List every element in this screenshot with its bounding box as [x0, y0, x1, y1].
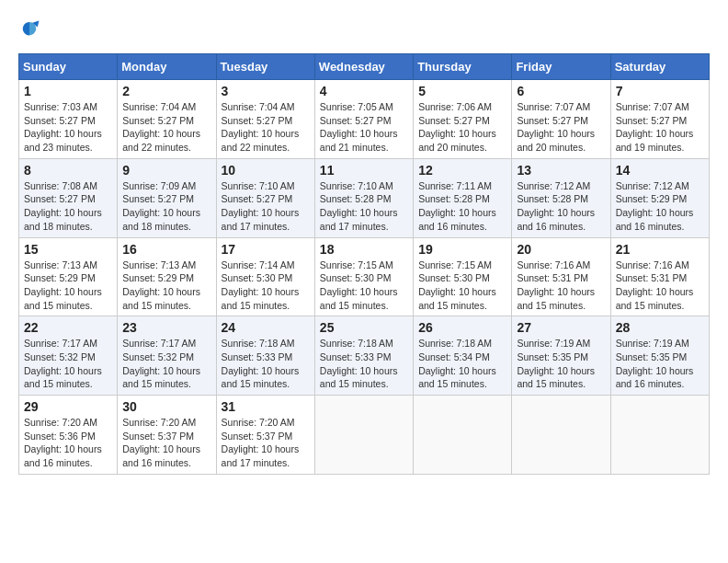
- sunset-label: Sunset: 5:28 PM: [320, 193, 392, 204]
- day-info: Sunrise: 7:08 AM Sunset: 5:27 PM Dayligh…: [24, 179, 112, 234]
- weekday-header: Tuesday: [216, 54, 314, 80]
- daylight-label: Daylight: 10 hours: [122, 286, 200, 297]
- calendar-cell: 13 Sunrise: 7:12 AM Sunset: 5:28 PM Dayl…: [512, 158, 610, 237]
- daylight-minutes: and 17 minutes.: [222, 221, 290, 232]
- day-info: Sunrise: 7:10 AM Sunset: 5:27 PM Dayligh…: [222, 179, 310, 234]
- daylight-minutes: and 17 minutes.: [320, 221, 389, 232]
- sunset-label: Sunset: 5:27 PM: [616, 115, 688, 126]
- daylight-minutes: and 22 minutes.: [222, 142, 290, 153]
- daylight-label: Daylight: 10 hours: [517, 207, 595, 218]
- sunrise-label: Sunrise: 7:20 AM: [122, 417, 196, 428]
- calendar-cell: 26 Sunrise: 7:18 AM Sunset: 5:34 PM Dayl…: [414, 316, 512, 396]
- day-number: 19: [418, 242, 506, 257]
- day-info: Sunrise: 7:16 AM Sunset: 5:31 PM Dayligh…: [517, 259, 605, 313]
- daylight-label: Daylight: 10 hours: [122, 128, 200, 139]
- day-number: 1: [24, 84, 112, 98]
- calendar-cell: 31 Sunrise: 7:20 AM Sunset: 5:37 PM Dayl…: [216, 396, 314, 475]
- day-number: 28: [616, 320, 704, 335]
- daylight-label: Daylight: 10 hours: [24, 128, 102, 139]
- daylight-label: Daylight: 10 hours: [222, 207, 300, 218]
- calendar-week-row: 8 Sunrise: 7:08 AM Sunset: 5:27 PM Dayli…: [19, 158, 710, 237]
- calendar-cell: 18 Sunrise: 7:15 AM Sunset: 5:30 PM Dayl…: [314, 237, 413, 316]
- daylight-label: Daylight: 10 hours: [222, 128, 300, 139]
- sunrise-label: Sunrise: 7:12 AM: [616, 180, 689, 191]
- sunset-label: Sunset: 5:32 PM: [122, 351, 194, 362]
- day-number: 12: [418, 163, 506, 178]
- day-info: Sunrise: 7:17 AM Sunset: 5:32 PM Dayligh…: [122, 337, 210, 391]
- sunrise-label: Sunrise: 7:18 AM: [222, 338, 295, 349]
- daylight-minutes: and 15 minutes.: [222, 378, 290, 389]
- calendar-cell: 6 Sunrise: 7:07 AM Sunset: 5:27 PM Dayli…: [512, 80, 610, 159]
- day-number: 24: [222, 320, 310, 335]
- calendar-week-row: 15 Sunrise: 7:13 AM Sunset: 5:29 PM Dayl…: [19, 237, 710, 316]
- day-info: Sunrise: 7:03 AM Sunset: 5:27 PM Dayligh…: [24, 100, 112, 155]
- sunrise-label: Sunrise: 7:17 AM: [122, 338, 196, 349]
- daylight-minutes: and 16 minutes.: [517, 221, 586, 232]
- day-number: 16: [122, 242, 210, 257]
- day-info: Sunrise: 7:17 AM Sunset: 5:32 PM Dayligh…: [24, 337, 112, 391]
- sunset-label: Sunset: 5:27 PM: [222, 193, 293, 204]
- daylight-label: Daylight: 10 hours: [320, 207, 398, 218]
- sunrise-label: Sunrise: 7:15 AM: [418, 259, 492, 270]
- day-number: 27: [517, 320, 605, 335]
- sunset-label: Sunset: 5:37 PM: [122, 431, 194, 442]
- daylight-label: Daylight: 10 hours: [24, 365, 102, 376]
- daylight-minutes: and 18 minutes.: [24, 221, 93, 232]
- sunrise-label: Sunrise: 7:05 AM: [320, 101, 393, 112]
- sunrise-label: Sunrise: 7:17 AM: [24, 338, 97, 349]
- daylight-minutes: and 16 minutes.: [616, 221, 685, 232]
- sunrise-label: Sunrise: 7:11 AM: [418, 180, 492, 191]
- day-info: Sunrise: 7:11 AM Sunset: 5:28 PM Dayligh…: [418, 179, 506, 234]
- day-number: 22: [24, 320, 112, 335]
- calendar-cell: 12 Sunrise: 7:11 AM Sunset: 5:28 PM Dayl…: [414, 158, 512, 237]
- sunrise-label: Sunrise: 7:18 AM: [418, 338, 492, 349]
- calendar-cell: 28 Sunrise: 7:19 AM Sunset: 5:35 PM Dayl…: [610, 316, 709, 396]
- day-number: 10: [222, 163, 310, 178]
- calendar-cell: 9 Sunrise: 7:09 AM Sunset: 5:27 PM Dayli…: [118, 158, 216, 237]
- sunset-label: Sunset: 5:31 PM: [616, 272, 688, 283]
- page-header: [18, 18, 710, 44]
- sunrise-label: Sunrise: 7:08 AM: [24, 180, 97, 191]
- calendar-cell: [610, 396, 709, 475]
- sunset-label: Sunset: 5:34 PM: [418, 351, 490, 362]
- logo: [18, 18, 42, 44]
- day-info: Sunrise: 7:13 AM Sunset: 5:29 PM Dayligh…: [122, 259, 210, 313]
- daylight-label: Daylight: 10 hours: [24, 207, 102, 218]
- weekday-header: Wednesday: [314, 54, 413, 80]
- calendar-cell: 23 Sunrise: 7:17 AM Sunset: 5:32 PM Dayl…: [118, 316, 216, 396]
- day-info: Sunrise: 7:18 AM Sunset: 5:33 PM Dayligh…: [222, 337, 310, 391]
- daylight-label: Daylight: 10 hours: [24, 443, 102, 454]
- sunset-label: Sunset: 5:27 PM: [122, 193, 194, 204]
- sunset-label: Sunset: 5:32 PM: [24, 351, 96, 362]
- daylight-minutes: and 22 minutes.: [122, 142, 191, 153]
- day-number: 31: [222, 399, 310, 414]
- sunset-label: Sunset: 5:27 PM: [320, 115, 392, 126]
- daylight-minutes: and 16 minutes.: [122, 457, 191, 468]
- day-number: 23: [122, 320, 210, 335]
- calendar-cell: 11 Sunrise: 7:10 AM Sunset: 5:28 PM Dayl…: [314, 158, 413, 237]
- day-info: Sunrise: 7:12 AM Sunset: 5:28 PM Dayligh…: [517, 179, 605, 234]
- day-info: Sunrise: 7:20 AM Sunset: 5:37 PM Dayligh…: [222, 416, 310, 470]
- sunset-label: Sunset: 5:36 PM: [24, 431, 96, 442]
- daylight-minutes: and 20 minutes.: [517, 142, 586, 153]
- sunrise-label: Sunrise: 7:12 AM: [517, 180, 590, 191]
- sunrise-label: Sunrise: 7:20 AM: [24, 417, 97, 428]
- day-number: 25: [320, 320, 408, 335]
- day-info: Sunrise: 7:16 AM Sunset: 5:31 PM Dayligh…: [616, 259, 704, 313]
- daylight-minutes: and 15 minutes.: [517, 300, 586, 311]
- day-info: Sunrise: 7:19 AM Sunset: 5:35 PM Dayligh…: [517, 337, 605, 391]
- sunset-label: Sunset: 5:28 PM: [517, 193, 588, 204]
- calendar-cell: [414, 396, 512, 475]
- daylight-minutes: and 16 minutes.: [616, 378, 685, 389]
- day-info: Sunrise: 7:04 AM Sunset: 5:27 PM Dayligh…: [122, 100, 210, 155]
- calendar-week-row: 1 Sunrise: 7:03 AM Sunset: 5:27 PM Dayli…: [19, 80, 710, 159]
- sunrise-label: Sunrise: 7:15 AM: [320, 259, 393, 270]
- weekday-header: Monday: [118, 54, 216, 80]
- daylight-minutes: and 15 minutes.: [320, 300, 389, 311]
- day-number: 14: [616, 163, 704, 178]
- daylight-label: Daylight: 10 hours: [122, 365, 200, 376]
- sunrise-label: Sunrise: 7:19 AM: [517, 338, 590, 349]
- calendar-cell: 22 Sunrise: 7:17 AM Sunset: 5:32 PM Dayl…: [19, 316, 118, 396]
- calendar-cell: 2 Sunrise: 7:04 AM Sunset: 5:27 PM Dayli…: [118, 80, 216, 159]
- daylight-label: Daylight: 10 hours: [222, 286, 300, 297]
